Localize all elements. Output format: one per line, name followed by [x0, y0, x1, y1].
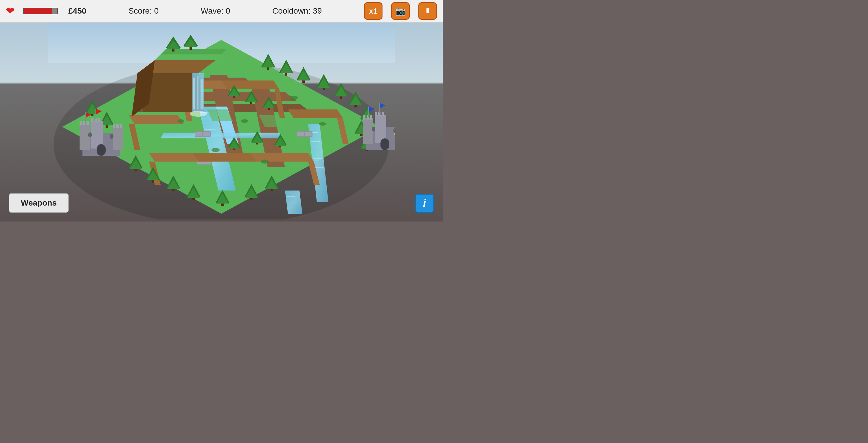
svg-rect-168: [98, 118, 100, 122]
camera-button[interactable]: 📷: [391, 2, 410, 20]
svg-point-139: [241, 119, 248, 123]
svg-rect-183: [363, 115, 365, 120]
svg-rect-161: [113, 127, 123, 150]
svg-rect-173: [85, 112, 86, 122]
svg-rect-171: [120, 124, 122, 128]
wave-display: Wave: 0: [201, 6, 230, 16]
svg-rect-157: [200, 79, 203, 110]
speed-button[interactable]: x1: [364, 2, 382, 20]
svg-rect-178: [110, 134, 114, 139]
svg-point-137: [177, 119, 184, 123]
svg-rect-29: [195, 132, 202, 137]
svg-rect-169: [113, 124, 115, 128]
svg-rect-170: [116, 124, 119, 128]
svg-point-141: [319, 122, 326, 126]
svg-marker-38: [221, 81, 279, 89]
svg-rect-175: [95, 109, 96, 119]
health-bar: [23, 8, 58, 14]
svg-rect-30: [203, 132, 210, 137]
svg-rect-180: [363, 118, 373, 144]
svg-marker-47: [288, 110, 343, 118]
iso-map: [48, 23, 395, 219]
camera-icon: 📷: [396, 6, 406, 16]
svg-rect-192: [380, 139, 389, 150]
svg-point-158: [189, 111, 207, 117]
score-display: Score: 0: [128, 6, 159, 16]
svg-marker-42: [192, 153, 256, 161]
info-button[interactable]: i: [415, 194, 434, 213]
svg-rect-177: [88, 132, 92, 137]
svg-marker-43: [250, 153, 314, 161]
svg-point-138: [212, 148, 220, 152]
cooldown-display: Cooldown: 39: [272, 6, 322, 16]
weapons-button[interactable]: Weapons: [9, 193, 69, 213]
svg-rect-163: [80, 121, 82, 125]
svg-rect-185: [370, 115, 372, 120]
svg-rect-193: [368, 107, 369, 117]
svg-rect-165: [87, 121, 89, 125]
svg-rect-156: [197, 76, 198, 110]
svg-rect-166: [91, 118, 93, 122]
map-svg: [48, 23, 395, 219]
svg-rect-195: [379, 103, 380, 113]
svg-marker-41: [149, 153, 198, 161]
pause-button[interactable]: ⏸: [418, 2, 437, 20]
svg-rect-155: [193, 78, 195, 110]
svg-rect-33: [305, 132, 312, 137]
pause-icon: ⏸: [425, 7, 431, 15]
svg-marker-46: [129, 115, 184, 124]
svg-rect-172: [97, 144, 105, 156]
svg-marker-147: [161, 49, 227, 54]
svg-rect-186: [375, 112, 377, 116]
game-area: [0, 23, 443, 222]
svg-point-140: [290, 96, 298, 100]
svg-point-142: [261, 159, 269, 164]
svg-rect-32: [297, 132, 304, 137]
svg-rect-200: [372, 127, 375, 131]
svg-marker-15: [161, 132, 282, 139]
svg-rect-160: [80, 124, 90, 150]
heart-icon: ❤: [6, 6, 14, 16]
health-bar-fill: [24, 8, 52, 13]
hud-bar: ❤ £450 Score: 0 Wave: 0 Cooldown: 39 x1 …: [0, 0, 443, 23]
svg-marker-196: [380, 103, 385, 108]
money-display: £450: [68, 6, 86, 16]
svg-marker-146: [155, 54, 221, 60]
svg-rect-188: [382, 112, 384, 116]
